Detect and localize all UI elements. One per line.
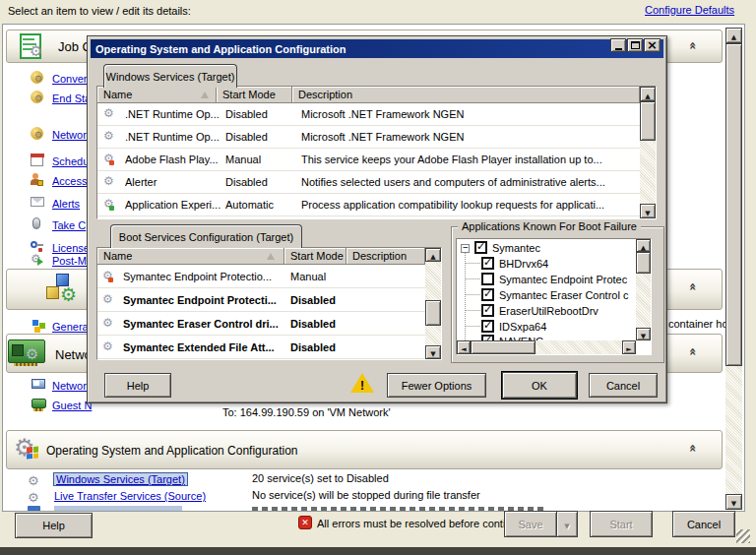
help-button[interactable]: Help: [15, 513, 93, 538]
windows-flag-icon: [27, 447, 38, 460]
scroll-left-button[interactable]: [457, 340, 471, 354]
table-row[interactable]: Alerter Disabled Notifies selected users…: [97, 171, 640, 194]
scroll-up-button[interactable]: [640, 87, 656, 101]
close-button[interactable]: [644, 38, 661, 52]
column-header-start-mode[interactable]: Start Mode: [217, 87, 292, 103]
collapse-job-panel-button[interactable]: [682, 36, 704, 54]
sidebar-item-alerts[interactable]: Alerts: [52, 198, 80, 210]
scrollbar-thumb[interactable]: [471, 340, 536, 354]
table-row[interactable]: Adobe Flash Play... Manual This service …: [97, 149, 640, 171]
red-accent-dot: [109, 160, 114, 165]
sidebar-item-schedule[interactable]: Schedu: [52, 155, 89, 167]
tree-expander[interactable]: [461, 244, 470, 253]
scroll-down-button[interactable]: [425, 345, 441, 359]
scroll-down-button[interactable]: [640, 204, 656, 218]
scrollbar-thumb[interactable]: [636, 252, 651, 274]
tab-boot-services[interactable]: Boot Services Configuration (Target): [110, 224, 302, 248]
checkbox-endpoint-protection[interactable]: [481, 273, 494, 285]
table-row[interactable]: Symantec Endpoint Protectio... Manual: [97, 265, 425, 288]
green-accent-dot: [109, 206, 114, 211]
scrollbar-thumb[interactable]: [725, 43, 742, 366]
tree-item-label[interactable]: BHDrvx64: [499, 258, 548, 270]
tree-item-label[interactable]: Symantec Endpoint Protec: [499, 274, 627, 285]
save-dropdown-button[interactable]: [556, 511, 578, 537]
checkbox-symantec[interactable]: [474, 241, 487, 254]
tree-connector: [465, 326, 480, 327]
maximize-button[interactable]: [627, 38, 643, 52]
scroll-down-icon: [731, 496, 736, 508]
collapse-chevron-icon: [689, 38, 697, 53]
table-row[interactable]: Symantec Eraser Control dri... Disabled: [97, 312, 425, 336]
tree-item-label[interactable]: Symantec Eraser Control c: [499, 289, 628, 301]
scroll-down-button[interactable]: [636, 328, 651, 340]
configure-defaults-link[interactable]: Configure Defaults: [645, 4, 734, 16]
sidebar-item-license[interactable]: License: [52, 242, 90, 254]
checkbox-eraserutil[interactable]: [481, 304, 494, 317]
access-icon: [31, 173, 44, 187]
column-header-start-mode[interactable]: Start Mode: [284, 248, 346, 265]
sidebar-item-access[interactable]: Access: [52, 175, 87, 187]
dialog-help-button[interactable]: Help: [104, 373, 171, 398]
tree-item-label[interactable]: Symantec: [492, 242, 540, 254]
red-accent-dot: [108, 278, 113, 282]
dialog-titlebar[interactable]: Operating System and Application Configu…: [91, 39, 663, 58]
table-row[interactable]: Symantec Extended File Att... Disabled: [97, 336, 425, 359]
sidebar-item-general[interactable]: General: [52, 321, 91, 333]
save-button[interactable]: Save: [504, 511, 557, 537]
guest-nic-icon: [32, 399, 47, 410]
collapse-network-panel-button[interactable]: [682, 342, 704, 360]
to-network-text: To: 164.99.190.59 on 'VM Network': [222, 406, 391, 418]
tree-item-label[interactable]: EraserUtilRebootDrv: [499, 305, 598, 317]
resize-grip[interactable]: [736, 529, 750, 543]
live-transfer-link[interactable]: Live Transfer Services (Source): [54, 490, 206, 502]
table-row[interactable]: .NET Runtime Op... Disabled Microsoft .N…: [97, 103, 640, 126]
windows-services-link[interactable]: Windows Services (Target): [54, 473, 187, 485]
scrollbar-thumb[interactable]: [640, 101, 656, 141]
scroll-up-button[interactable]: [725, 28, 742, 43]
scroll-down-button[interactable]: [725, 494, 742, 510]
clipped-row-link[interactable]: [54, 506, 182, 512]
dialog-title: Operating System and Application Configu…: [95, 43, 346, 55]
table-row[interactable]: Symantec Endpoint Protecti... Disabled: [97, 288, 425, 312]
clipped-row-text: [252, 507, 547, 512]
table-row[interactable]: Application Experi... Automatic Process …: [97, 194, 640, 216]
column-header-description[interactable]: Description: [346, 248, 425, 265]
start-button[interactable]: Start: [590, 511, 653, 537]
ok-button[interactable]: OK: [502, 372, 577, 399]
tree-item-label[interactable]: IDSxpa64: [499, 321, 546, 333]
scrollbar-thumb[interactable]: [425, 300, 441, 326]
tree-connector: [465, 310, 480, 311]
checkbox-bhdrvx64[interactable]: [481, 257, 494, 270]
scroll-right-button[interactable]: [622, 340, 636, 354]
cancel-button[interactable]: Cancel: [672, 511, 735, 537]
scroll-up-button[interactable]: [636, 239, 651, 252]
fewer-options-button[interactable]: Fewer Options: [387, 373, 486, 398]
minimize-button[interactable]: [610, 38, 626, 52]
checkbox-idsxpa64[interactable]: [481, 320, 494, 333]
sidebar-item-post-migration[interactable]: Post-Mi: [52, 255, 89, 267]
network-sidebar-icon: [31, 127, 44, 141]
column-header-description[interactable]: Description: [292, 87, 640, 103]
table-row[interactable]: .NET Runtime Op... Disabled Microsoft .N…: [97, 126, 640, 149]
collapse-chevron-icon: [689, 279, 697, 294]
job-configuration-icon: [20, 33, 47, 61]
tab-windows-services[interactable]: Windows Services (Target): [103, 64, 237, 88]
tab-label: Boot Services Configuration (Target): [119, 231, 293, 243]
tree-connector: [465, 294, 480, 295]
column-header-name[interactable]: Name: [97, 87, 217, 103]
collapse-os-panel-button[interactable]: [682, 439, 704, 457]
collapse-vmware-panel-button[interactable]: [682, 278, 704, 295]
sidebar-item-end-state[interactable]: End Sta: [52, 92, 91, 104]
scroll-left-icon: [461, 341, 466, 353]
container-text-fragment: container ho: [668, 318, 728, 330]
end-state-icon: [31, 91, 44, 104]
dropdown-arrow-icon: [564, 519, 569, 530]
column-header-name[interactable]: Name: [97, 248, 284, 265]
schedule-icon: [31, 154, 44, 167]
boot-failure-legend: Applications Known For Boot Failure: [458, 220, 641, 232]
sidebar-item-take-control[interactable]: Take C: [52, 219, 86, 231]
scroll-up-button[interactable]: [425, 248, 441, 262]
dialog-cancel-button[interactable]: Cancel: [589, 373, 658, 398]
live-transfer-value: No service(s) will be stopped during fil…: [252, 489, 480, 501]
checkbox-eraser-control[interactable]: [481, 288, 494, 301]
